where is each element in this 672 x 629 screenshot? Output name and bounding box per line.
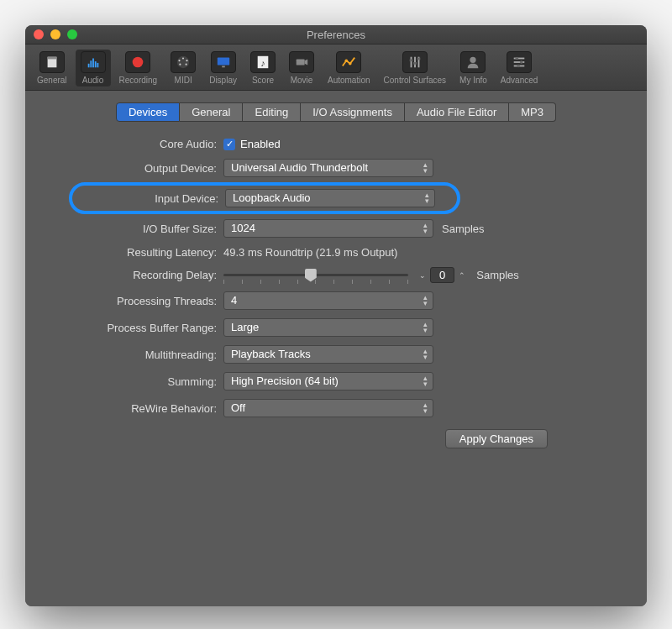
tab-devices[interactable]: Devices	[116, 102, 180, 122]
input-device-value: Loopback Audio	[233, 191, 311, 204]
toolbar-score[interactable]: ♪Score	[245, 50, 281, 86]
multithreading-value: Playback Tracks	[231, 348, 311, 360]
chevron-updown-icon: ▴▾	[423, 375, 428, 387]
toolbar-surfaces[interactable]: Control Surfaces	[379, 50, 451, 86]
highlight-ring: Input Device: Loopback Audio ▴▾	[69, 182, 460, 214]
label-output-device: Output Device:	[74, 162, 223, 175]
recording-delay-stepper[interactable]: ⌄ 0 ⌃	[417, 267, 468, 283]
toolbar-record[interactable]: Recording	[114, 50, 163, 86]
buffer-size-suffix: Samples	[442, 223, 485, 235]
chevron-updown-icon: ▴▾	[423, 162, 428, 174]
recording-delay-slider[interactable]	[223, 268, 408, 283]
general-icon	[39, 51, 65, 73]
chevron-updown-icon: ▴▾	[423, 322, 428, 333]
core-audio-checkbox[interactable]: Enabled	[223, 137, 281, 150]
toolbar-general[interactable]: General	[32, 50, 72, 86]
tab-audio-file-editor[interactable]: Audio File Editor	[405, 102, 509, 122]
core-audio-enabled-text: Enabled	[240, 138, 281, 150]
stepper-down-icon[interactable]: ⌄	[417, 270, 428, 281]
chevron-updown-icon: ▴▾	[423, 295, 428, 307]
checkmark-icon	[223, 139, 235, 150]
svg-rect-26	[413, 62, 417, 65]
label-processing-threads: Processing Threads:	[74, 295, 223, 307]
movie-icon	[289, 51, 314, 73]
automation-icon	[336, 51, 361, 73]
buffer-size-value: 1024	[231, 222, 255, 234]
toolbar-advanced[interactable]: Advanced	[496, 50, 543, 86]
toolbar-label: Audio	[82, 76, 104, 85]
toolbar-label: Display	[209, 76, 237, 85]
svg-rect-1	[47, 57, 56, 60]
tab-mp3[interactable]: MP3	[509, 102, 556, 122]
tab-i-o-assignments[interactable]: I/O Assignments	[301, 102, 405, 122]
svg-point-28	[470, 57, 476, 63]
toolbar-label: Score	[252, 76, 274, 85]
svg-rect-5	[94, 61, 96, 67]
preferences-toolbar: GeneralAudioRecordingMIDIDisplay♪ScoreMo…	[25, 45, 647, 91]
summing-value: High Precision (64 bit)	[231, 375, 339, 387]
apply-changes-button[interactable]: Apply Changes	[445, 429, 548, 448]
svg-rect-14	[217, 58, 228, 66]
label-input-device: Input Device:	[77, 192, 225, 205]
chevron-updown-icon: ▴▾	[423, 402, 428, 414]
preferences-window: Preferences GeneralAudioRecordingMIDIDis…	[25, 25, 647, 606]
row-process-buffer-range: Process Buffer Range: Large ▴▾	[74, 318, 598, 337]
svg-rect-27	[417, 58, 420, 60]
svg-marker-19	[305, 59, 308, 65]
toolbar-user[interactable]: My Info	[454, 50, 492, 86]
row-latency: Resulting Latency: 49.3 ms Roundtrip (21…	[74, 246, 598, 259]
tab-bar: DevicesGeneralEditingI/O AssignmentsAudi…	[40, 102, 632, 122]
svg-point-20	[345, 59, 349, 62]
toolbar-label: Control Surfaces	[384, 76, 446, 85]
row-output-device: Output Device: Universal Audio Thunderbo…	[74, 159, 598, 177]
rewire-select[interactable]: Off ▴▾	[223, 399, 433, 417]
row-buffer-size: I/O Buffer Size: 1024 ▴▾ Samples	[74, 219, 598, 238]
svg-rect-22	[410, 57, 412, 68]
svg-point-33	[520, 60, 523, 64]
devices-form: Core Audio: Enabled Output Device: Unive…	[74, 137, 598, 448]
toolbar-automation[interactable]: Automation	[323, 50, 375, 86]
label-latency: Resulting Latency:	[74, 246, 223, 259]
svg-rect-25	[409, 59, 412, 61]
svg-rect-2	[87, 64, 89, 68]
multithreading-select[interactable]: Playback Tracks ▴▾	[223, 345, 433, 364]
stepper-up-icon[interactable]: ⌃	[456, 270, 468, 281]
apply-row: Apply Changes	[74, 429, 548, 448]
output-device-select[interactable]: Universal Audio Thunderbolt ▴▾	[223, 159, 433, 177]
svg-point-34	[517, 65, 520, 68]
label-process-buffer-range: Process Buffer Range:	[74, 322, 223, 334]
svg-rect-15	[222, 66, 225, 68]
svg-point-10	[179, 60, 181, 61]
rewire-value: Off	[231, 401, 245, 414]
svg-point-11	[186, 60, 188, 61]
recording-delay-value: 0	[430, 267, 454, 283]
row-processing-threads: Processing Threads: 4 ▴▾	[74, 291, 598, 310]
output-device-value: Universal Audio Thunderbolt	[231, 161, 368, 174]
input-device-select[interactable]: Loopback Audio ▴▾	[225, 189, 435, 207]
svg-point-32	[516, 57, 519, 60]
toolbar-midi[interactable]: MIDI	[165, 50, 201, 86]
toolbar-movie[interactable]: Movie	[284, 50, 319, 86]
chevron-updown-icon: ▴▾	[423, 223, 428, 234]
surfaces-icon	[402, 51, 428, 73]
process-buffer-range-select[interactable]: Large ▴▾	[223, 318, 433, 337]
buffer-size-select[interactable]: 1024 ▴▾	[223, 219, 433, 238]
processing-threads-select[interactable]: 4 ▴▾	[223, 291, 433, 310]
tab-general[interactable]: General	[180, 102, 243, 122]
svg-point-12	[179, 64, 181, 66]
toolbar-label: Movie	[291, 76, 313, 85]
svg-rect-3	[90, 60, 92, 67]
tab-editing[interactable]: Editing	[243, 102, 301, 122]
toolbar-label: Recording	[119, 76, 158, 85]
label-summing: Summing:	[74, 375, 223, 388]
label-buffer-size: I/O Buffer Size:	[74, 223, 223, 235]
summing-select[interactable]: High Precision (64 bit) ▴▾	[223, 372, 433, 391]
titlebar: Preferences	[25, 25, 647, 45]
toolbar-audio[interactable]: Audio	[76, 50, 111, 86]
toolbar-label: Automation	[328, 76, 370, 85]
midi-icon	[171, 51, 196, 73]
record-icon	[125, 51, 150, 73]
toolbar-display[interactable]: Display	[204, 50, 242, 86]
window-title: Preferences	[25, 29, 647, 41]
svg-rect-4	[92, 59, 94, 68]
